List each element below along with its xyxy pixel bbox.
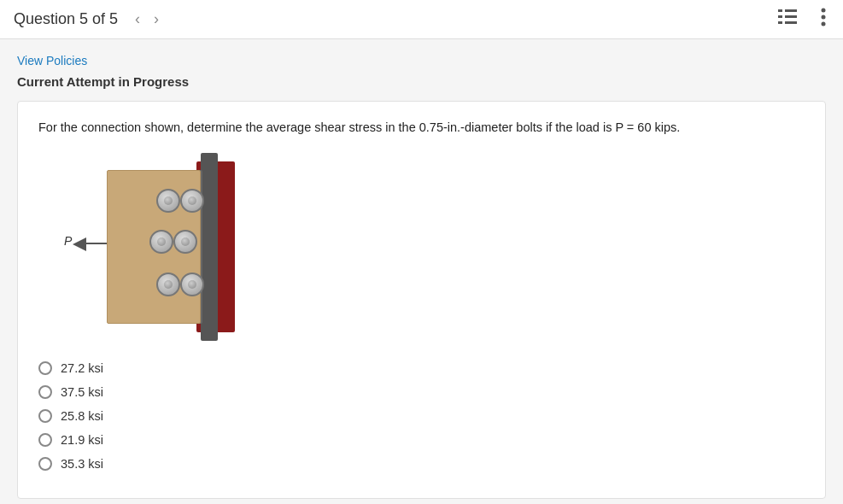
diagram-area: P <box>38 153 805 341</box>
bolt-diagram: P <box>64 153 243 341</box>
next-question-button[interactable]: › <box>147 9 166 30</box>
option-item-3: 25.8 ksi <box>38 409 805 423</box>
option-label-4: 21.9 ksi <box>61 433 103 447</box>
more-options-button[interactable] <box>817 4 829 34</box>
svg-point-6 <box>822 9 826 13</box>
radio-option-5[interactable] <box>38 457 52 471</box>
option-label-5: 35.3 ksi <box>61 457 103 471</box>
arrow-head <box>73 237 86 251</box>
svg-rect-0 <box>778 9 782 12</box>
svg-rect-4 <box>778 21 782 24</box>
radio-option-4[interactable] <box>38 433 52 447</box>
top-bar: Question 5 of 5 ‹ › <box>0 0 843 39</box>
svg-point-8 <box>822 22 826 26</box>
option-label-3: 25.8 ksi <box>61 409 103 423</box>
top-bar-right <box>775 4 829 34</box>
option-item-4: 21.9 ksi <box>38 433 805 447</box>
bolt-4 <box>173 230 197 254</box>
content-area: View Policies Current Attempt in Progres… <box>0 39 843 504</box>
load-label: P <box>64 234 72 248</box>
question-text: For the connection shown, determine the … <box>38 119 805 138</box>
bolt-5 <box>156 273 180 296</box>
radio-option-2[interactable] <box>38 385 52 399</box>
option-item-1: 27.2 ksi <box>38 361 805 375</box>
radio-option-3[interactable] <box>38 409 52 423</box>
prev-question-button[interactable]: ‹ <box>128 9 147 30</box>
question-box: For the connection shown, determine the … <box>17 101 826 499</box>
options-list: 27.2 ksi 37.5 ksi 25.8 ksi 21.9 ksi 35.3… <box>38 361 805 471</box>
option-label-2: 37.5 ksi <box>61 385 103 399</box>
attempt-status: Current Attempt in Progress <box>17 74 826 89</box>
option-item-5: 35.3 ksi <box>38 457 805 471</box>
svg-rect-1 <box>785 9 797 12</box>
bolt-3 <box>149 230 173 254</box>
svg-rect-5 <box>785 21 797 24</box>
bolt-6 <box>180 273 204 296</box>
option-item-2: 37.5 ksi <box>38 385 805 399</box>
bolt-1 <box>156 189 180 213</box>
bolt-2 <box>180 189 204 213</box>
option-label-1: 27.2 ksi <box>61 361 103 375</box>
view-policies-link[interactable]: View Policies <box>17 54 87 67</box>
radio-option-1[interactable] <box>38 361 52 375</box>
svg-point-7 <box>822 15 826 20</box>
svg-rect-3 <box>785 15 797 18</box>
question-label: Question 5 of 5 <box>14 10 118 28</box>
svg-rect-2 <box>778 15 782 18</box>
list-icon-button[interactable] <box>775 6 800 32</box>
mid-plate <box>201 153 218 341</box>
